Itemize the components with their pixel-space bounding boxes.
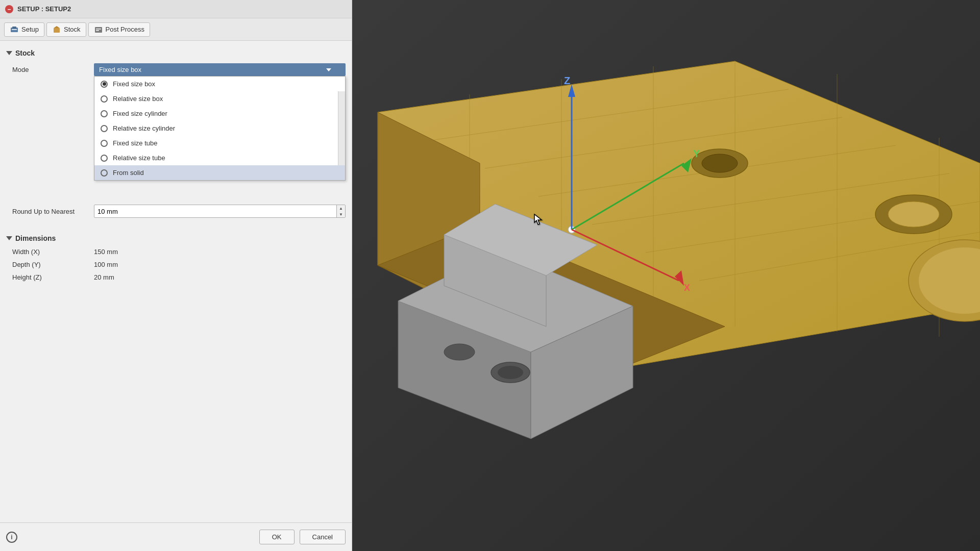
stock-section-label: Stock [15, 49, 35, 57]
content-area: Stock Mode Fixed size box Fixed size box [0, 41, 352, 522]
title-text: SETUP : SETUP2 [17, 5, 71, 13]
info-icon-label: i [11, 534, 12, 541]
dim-height-row: Height (Z) 20 mm [0, 271, 352, 284]
stock-section-header[interactable]: Stock [0, 46, 352, 60]
dropdown-item-relative-size-cylinder[interactable]: Relative size cylinder [94, 121, 345, 136]
svg-point-36 [444, 344, 475, 360]
viewport-3d[interactable]: Z Y X [352, 0, 980, 551]
svg-rect-3 [54, 28, 60, 33]
close-icon[interactable] [5, 5, 13, 13]
dropdown-item-from-solid[interactable]: From solid [94, 165, 345, 180]
radio-fixed-size-box [101, 81, 108, 88]
stock-button[interactable]: Stock [46, 22, 86, 37]
dropdown-selected[interactable]: Fixed size box [94, 63, 346, 76]
item-label-fixed-size-tube: Fixed size tube [113, 139, 157, 147]
stock-collapse-icon[interactable] [6, 51, 12, 55]
dropdown-item-fixed-size-cylinder[interactable]: Fixed size cylinder [94, 106, 345, 121]
round-label: Round Up to Nearest [12, 208, 94, 215]
ok-button[interactable]: OK [259, 530, 295, 544]
round-up-btn[interactable]: ▲ [337, 205, 345, 211]
radio-fixed-size-tube [101, 140, 108, 147]
item-label-relative-size-cylinder: Relative size cylinder [113, 124, 175, 132]
svg-text:X: X [684, 283, 690, 293]
item-label-relative-size-tube: Relative size tube [113, 154, 165, 162]
svg-rect-7 [96, 30, 99, 31]
round-spinner-buttons: ▲ ▼ [336, 205, 345, 217]
svg-point-30 [888, 202, 939, 227]
setup-button[interactable]: Setup [4, 22, 44, 37]
radio-relative-size-tube [101, 155, 108, 162]
round-row: Round Up to Nearest 10 mm ▲ ▼ [0, 202, 352, 221]
svg-text:Y: Y [693, 148, 700, 159]
post-process-label: Post Process [106, 26, 145, 33]
dim-depth-row: Depth (Y) 100 mm [0, 258, 352, 271]
post-process-icon [94, 25, 103, 34]
dimensions-collapse-icon[interactable] [6, 236, 12, 240]
dim-width-label: Width (X) [12, 248, 94, 256]
3d-scene: Z Y X [352, 0, 980, 551]
item-label-relative-size-box: Relative size box [113, 95, 163, 103]
item-label-fixed-size-box: Fixed size box [113, 80, 155, 88]
radio-from-solid [101, 169, 108, 177]
svg-point-38 [498, 366, 523, 379]
dim-width-value: 150 mm [94, 248, 118, 256]
toolbar: Setup Stock Post Process [0, 18, 352, 41]
dropdown-item-fixed-size-box[interactable]: Fixed size box [94, 77, 345, 91]
dim-height-label: Height (Z) [12, 273, 94, 281]
dropdown-menu: Fixed size box Relative size box Fixed s… [94, 76, 346, 181]
mode-row: Mode Fixed size box Fixed size box Relat… [0, 60, 352, 79]
post-process-button[interactable]: Post Process [88, 22, 151, 37]
svg-point-28 [702, 154, 738, 172]
dim-depth-value: 100 mm [94, 261, 118, 268]
setup-label: Setup [21, 26, 39, 33]
info-icon[interactable]: i [6, 532, 17, 543]
radio-fixed-size-cylinder [101, 110, 108, 117]
setup-icon [10, 25, 19, 34]
stock-icon [52, 25, 61, 34]
dropdown-arrow-icon [326, 68, 331, 71]
dimensions-section-label: Dimensions [15, 234, 56, 242]
item-label-fixed-size-cylinder: Fixed size cylinder [113, 110, 167, 117]
bottom-bar: i OK Cancel [0, 522, 352, 551]
dim-depth-label: Depth (Y) [12, 261, 94, 268]
item-label-from-solid: From solid [113, 169, 144, 177]
dim-width-row: Width (X) 150 mm [0, 245, 352, 258]
svg-rect-1 [12, 27, 16, 29]
dimensions-section-header[interactable]: Dimensions [0, 231, 352, 245]
left-panel: SETUP : SETUP2 Setup Stock [0, 0, 352, 551]
mode-label: Mode [12, 66, 94, 73]
dropdown-item-fixed-size-tube[interactable]: Fixed size tube [94, 136, 345, 151]
stock-label: Stock [64, 26, 81, 33]
radio-relative-size-cylinder [101, 125, 108, 132]
right-panel: Z Y X [352, 0, 980, 551]
svg-rect-6 [96, 29, 101, 30]
dropdown-item-relative-size-tube[interactable]: Relative size tube [94, 151, 345, 165]
dropdown-selected-text: Fixed size box [99, 66, 141, 73]
svg-marker-4 [54, 26, 60, 28]
svg-rect-5 [95, 27, 102, 33]
dropdown-item-relative-size-box[interactable]: Relative size box [94, 91, 345, 106]
svg-text:Z: Z [564, 75, 570, 86]
round-down-btn[interactable]: ▼ [337, 211, 345, 217]
dim-height-value: 20 mm [94, 273, 114, 281]
round-input[interactable]: 10 mm [94, 206, 336, 217]
cancel-button[interactable]: Cancel [300, 530, 346, 544]
title-bar: SETUP : SETUP2 [0, 0, 352, 18]
svg-rect-2 [12, 29, 17, 30]
radio-relative-size-box [101, 95, 108, 103]
round-spinner[interactable]: 10 mm ▲ ▼ [94, 205, 346, 218]
mode-dropdown[interactable]: Fixed size box Fixed size box Relative s… [94, 63, 346, 76]
